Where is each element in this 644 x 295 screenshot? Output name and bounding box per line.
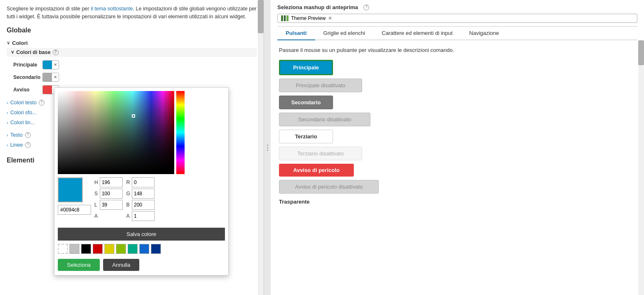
preset-transparent[interactable]: [58, 244, 68, 254]
avviso-button[interactable]: Avviso di pericolo: [279, 164, 354, 177]
g-input[interactable]: [132, 189, 155, 199]
hex-input[interactable]: [58, 205, 91, 215]
intro-text: Scegliere le impostazioni di stile per i…: [7, 5, 257, 21]
terziario-disabled-button: Terziario disattivato: [279, 147, 362, 160]
secondario-color-row: Secondario ✕: [7, 73, 257, 82]
chevron-right-icon-4: ›: [7, 133, 8, 138]
chevron-right-icon-3: ›: [7, 120, 8, 125]
tab-pulsanti-label: Pulsanti: [286, 30, 307, 36]
base-colors-header[interactable]: ∨ Colori di base ?: [7, 48, 257, 57]
preview-selector-label: Seleziona mashup di anteprima: [277, 4, 358, 10]
colori-sfo-label: Colori sfo...: [10, 110, 37, 116]
save-color-row: Salva colore: [54, 224, 228, 241]
tab-carattere[interactable]: Carattere ed elementi di input: [373, 27, 461, 40]
trasparente-label: Trasparente: [279, 199, 310, 205]
preset-colors-row: [54, 244, 228, 256]
select-cancel-row: Seleziona Annulla: [54, 256, 228, 275]
icon-stripe-2: [284, 15, 286, 21]
color-preview-area: [58, 177, 91, 215]
preview-tag[interactable]: Theme Preview ✕: [277, 14, 637, 23]
panel-divider: [264, 0, 271, 295]
colori-testo-help-icon[interactable]: ?: [39, 100, 44, 106]
colors-collapsible-header[interactable]: ∨ Colori: [7, 38, 257, 48]
a-label-2: A: [126, 213, 130, 219]
testo-label: Testo: [10, 132, 23, 138]
r-label: R: [126, 179, 130, 185]
base-colors-label: Colori di base: [16, 49, 51, 55]
testo-help-icon[interactable]: ?: [25, 132, 31, 138]
b-input[interactable]: [132, 200, 155, 210]
tabs-row: Pulsanti Griglie ed elenchi Carattere ed…: [277, 27, 637, 40]
secondario-label: Secondario: [13, 74, 42, 80]
b-label: B: [126, 202, 130, 208]
h-input[interactable]: [100, 177, 123, 187]
principale-color-row: Principale ✕: [7, 60, 257, 69]
chevron-right-icon: ›: [7, 100, 8, 105]
chevron-right-icon-2: ›: [7, 110, 8, 115]
picker-bottom: H R S G L B A A: [54, 177, 228, 224]
g-label: G: [126, 191, 130, 197]
preset-gray[interactable]: [69, 244, 79, 254]
save-color-button[interactable]: Salva colore: [58, 228, 225, 241]
linee-label: Linee: [10, 142, 23, 148]
l-input[interactable]: [100, 200, 123, 210]
preset-yellow[interactable]: [104, 244, 114, 254]
r-input[interactable]: [132, 177, 155, 187]
divider-dot-1: [267, 145, 268, 146]
preview-selector-help-icon[interactable]: ?: [363, 5, 369, 10]
principale-button[interactable]: Principale: [279, 60, 333, 75]
secondario-button[interactable]: Secondario: [279, 96, 333, 109]
icon-stripe-1: [281, 15, 283, 21]
left-scrollbar[interactable]: [258, 0, 264, 295]
avviso-label: Avviso: [13, 87, 42, 93]
left-panel: Scegliere le impostazioni di stile per i…: [0, 0, 264, 295]
preview-tag-close-icon[interactable]: ✕: [328, 15, 332, 21]
secondario-color-swatch[interactable]: ✕: [42, 73, 59, 82]
avviso-disabled-button: Avviso di pericolo disattivato: [279, 180, 379, 194]
tab-pulsanti[interactable]: Pulsanti: [277, 27, 315, 40]
hsl-rgb-grid: H R S G L B A A: [94, 177, 157, 221]
preset-teal[interactable]: [128, 244, 138, 254]
tab-carattere-label: Carattere ed elementi di input: [382, 30, 453, 36]
colori-lin-label: Colori lin...: [10, 120, 35, 125]
tab-navigazione-label: Navigazione: [469, 30, 499, 36]
color-picker-popup: H R S G L B A A: [54, 87, 229, 275]
gradient-canvas[interactable]: [58, 91, 174, 174]
chevron-down-icon: ∨: [7, 40, 10, 46]
color-preview-box: [58, 177, 83, 202]
preset-black[interactable]: [81, 244, 91, 254]
principale-swatch-clear[interactable]: ✕: [52, 62, 59, 67]
colors-label: Colori: [12, 40, 28, 46]
right-scrollbar[interactable]: [638, 40, 644, 295]
principale-color-swatch[interactable]: ✕: [42, 60, 59, 69]
theme-preview-label: Theme Preview: [291, 15, 326, 21]
chevron-right-icon-5: ›: [7, 143, 8, 148]
select-button[interactable]: Seleziona: [58, 259, 100, 271]
h-label: H: [94, 179, 98, 185]
l-label: L: [94, 202, 98, 208]
tab-griglie[interactable]: Griglie ed elenchi: [315, 27, 373, 40]
a-input[interactable]: [132, 211, 155, 221]
global-section-title: Globale: [7, 27, 257, 34]
preset-lime[interactable]: [116, 244, 126, 254]
principale-label: Principale: [13, 62, 42, 68]
secondario-swatch-clear[interactable]: ✕: [52, 75, 59, 79]
help-icon[interactable]: ?: [53, 49, 59, 55]
preset-darkblue[interactable]: [151, 244, 161, 254]
right-scrollbar-thumb: [638, 40, 644, 65]
picker-top: [54, 88, 228, 177]
s-input[interactable]: [100, 189, 123, 199]
preset-blue[interactable]: [139, 244, 149, 254]
tab-navigazione[interactable]: Navigazione: [461, 27, 508, 40]
colori-testo-label: Colori testo: [10, 100, 37, 106]
cancel-button[interactable]: Annulla: [103, 259, 139, 271]
left-scrollbar-thumb: [258, 0, 264, 33]
principale-disabled-button: Principale disattivato: [279, 79, 362, 92]
terziario-button[interactable]: Terziario: [279, 130, 333, 143]
linee-help-icon[interactable]: ?: [25, 142, 31, 148]
hue-bar[interactable]: [176, 91, 185, 174]
divider-dot-3: [267, 150, 268, 151]
tab-griglie-label: Griglie ed elenchi: [323, 30, 365, 36]
preset-red[interactable]: [93, 244, 103, 254]
icon-stripe-3: [286, 15, 289, 21]
